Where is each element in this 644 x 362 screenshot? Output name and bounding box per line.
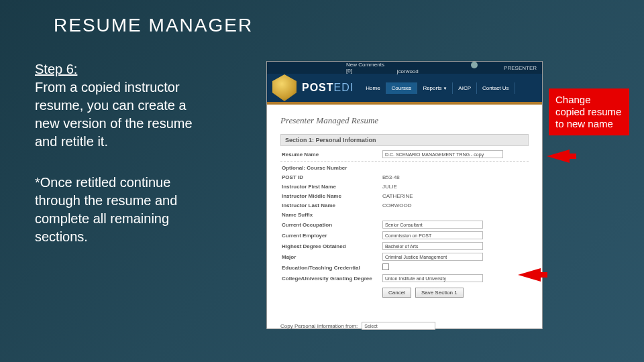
row-resume-name: Resume Name D.C. SCENARIO MANAGEMENT TRN…	[280, 149, 529, 162]
label-resume-name: Resume Name	[280, 152, 382, 158]
app-topbar: New Comments [0] jcorwood PRESENTER	[267, 62, 542, 74]
row-occupation: Current Occupation Senior Consultant	[280, 219, 529, 230]
step-label: Step 6:	[35, 62, 77, 76]
label-credential: Education/Teaching Credential	[280, 265, 382, 271]
form-section-1: Resume Name D.C. SCENARIO MANAGEMENT TRN…	[280, 149, 529, 298]
label-suffix: Name Suffix	[280, 212, 382, 218]
value-middle-name: CATHERINE	[382, 193, 529, 199]
section-header: Section 1: Personal Information	[280, 134, 529, 146]
input-degree[interactable]: Bachelor of Arts	[382, 242, 483, 250]
label-middle-name: Instructor Middle Name	[280, 193, 382, 199]
comments-link[interactable]: New Comments [0]	[346, 62, 392, 74]
row-employer: Current Employer Commission on POST	[280, 230, 529, 241]
input-resume-name[interactable]: D.C. SCENARIO MANAGEMENT TRNG - copy	[382, 150, 503, 158]
row-middle-name: Instructor Middle Name CATHERINE	[280, 191, 529, 200]
input-major[interactable]: Criminal Justice Management	[382, 253, 483, 261]
input-college[interactable]: Union Institute and University	[382, 274, 483, 282]
nav-courses[interactable]: Courses	[386, 82, 418, 94]
brand: POSTEDI	[302, 82, 354, 94]
row-course-number: Optional: Course Number	[280, 163, 529, 172]
post-badge-icon	[271, 74, 298, 101]
chevron-down-icon: ▼	[443, 86, 447, 90]
value-post-id: B53-48	[382, 174, 529, 180]
page-title: Presenter Managed Resume	[280, 115, 529, 126]
row-last-name: Instructor Last Name CORWOOD	[280, 200, 529, 210]
row-credential: Education/Teaching Credential	[280, 262, 529, 273]
cancel-button[interactable]: Cancel	[382, 288, 411, 298]
user-badge[interactable]: jcorwood	[397, 62, 498, 74]
label-degree: Highest Degree Obtained	[280, 243, 382, 249]
app-screenshot: New Comments [0] jcorwood PRESENTER POST…	[267, 62, 542, 328]
main-nav: Home Courses Reports▼ AICP Contact Us	[360, 82, 515, 94]
step-body: From a copied instructor resume, you can…	[35, 78, 193, 151]
brand-post: POST	[302, 82, 334, 93]
brand-edi: EDI	[334, 82, 354, 93]
row-major: Major Criminal Justice Management	[280, 251, 529, 262]
label-last-name: Instructor Last Name	[280, 202, 382, 208]
label-post-id: POST ID	[280, 174, 382, 180]
user-icon	[471, 62, 478, 68]
app-header: POSTEDI Home Courses Reports▼ AICP Conta…	[267, 74, 542, 102]
nav-aicp[interactable]: AICP	[453, 82, 477, 94]
copy-from-select[interactable]: Select	[362, 322, 435, 330]
checkbox-credential[interactable]	[382, 263, 389, 270]
form-buttons: Cancel Save Section 1	[382, 288, 529, 298]
slide-title: RESUME MANAGER	[54, 15, 253, 36]
copy-from-row: Copy Personal Information from: Select	[280, 322, 529, 330]
nav-home[interactable]: Home	[360, 82, 386, 94]
input-occupation[interactable]: Senior Consultant	[382, 221, 483, 229]
arrow-icon	[547, 149, 570, 163]
row-suffix: Name Suffix	[280, 210, 529, 219]
row-post-id: POST ID B53-48	[280, 172, 529, 182]
nav-reports[interactable]: Reports▼	[417, 82, 453, 94]
row-college: College/University Granting Degree Union…	[280, 273, 529, 284]
nav-contact[interactable]: Contact Us	[477, 82, 515, 94]
save-section-button[interactable]: Save Section 1	[415, 288, 464, 298]
step-note: *Once retitled continue through the resu…	[35, 174, 193, 246]
label-employer: Current Employer	[280, 233, 382, 239]
label-first-name: Instructor First Name	[280, 184, 382, 190]
callout-box: Change copied resume to new name	[549, 88, 629, 135]
arrow-icon	[518, 268, 541, 282]
page-content: Presenter Managed Resume Section 1: Pers…	[267, 105, 542, 303]
presenter-label: PRESENTER	[504, 65, 537, 71]
input-employer[interactable]: Commission on POST	[382, 231, 483, 239]
row-first-name: Instructor First Name JULIE	[280, 182, 529, 191]
instructions-column: Step 6: From a copied instructor resume,…	[35, 60, 193, 246]
label-major: Major	[280, 254, 382, 260]
row-degree: Highest Degree Obtained Bachelor of Arts	[280, 241, 529, 251]
copy-from-label: Copy Personal Information from:	[280, 323, 358, 329]
label-course-number: Optional: Course Number	[280, 165, 382, 171]
value-last-name: CORWOOD	[382, 202, 529, 208]
value-first-name: JULIE	[382, 184, 529, 190]
label-occupation: Current Occupation	[280, 222, 382, 228]
label-college: College/University Granting Degree	[280, 276, 382, 282]
